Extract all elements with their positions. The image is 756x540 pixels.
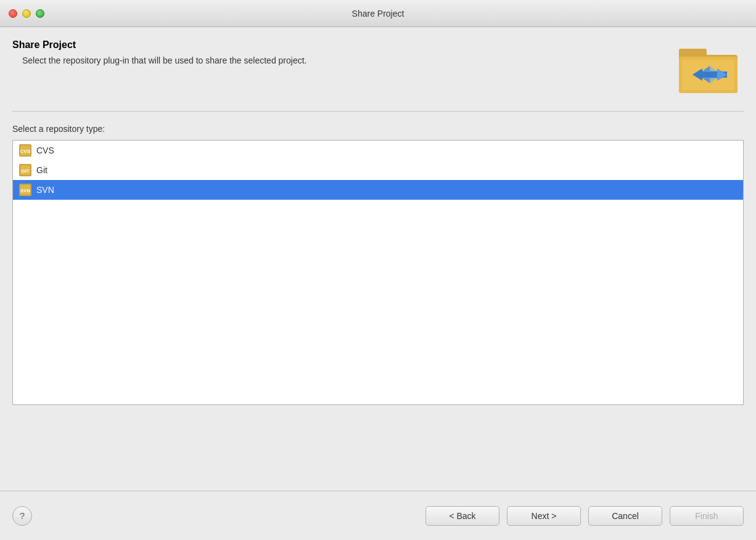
- list-item-label: Git: [36, 165, 47, 175]
- bottom-bar: ? < Back Next > Cancel Finish: [0, 491, 756, 540]
- svg-text:CVS: CVS: [20, 149, 31, 154]
- main-content: Share Project Select the repository plug…: [0, 27, 756, 491]
- next-button[interactable]: Next >: [507, 506, 581, 526]
- list-item[interactable]: GIT Git: [13, 160, 743, 180]
- cvs-icon: CVS: [19, 144, 31, 157]
- back-button[interactable]: < Back: [425, 506, 499, 526]
- git-icon: GIT: [19, 164, 31, 176]
- svg-rect-1: [679, 49, 707, 58]
- svn-icon: SVN: [19, 184, 31, 196]
- list-item[interactable]: SVN SVN: [13, 180, 743, 200]
- cancel-button[interactable]: Cancel: [588, 506, 662, 526]
- close-button[interactable]: [9, 9, 17, 18]
- window-controls: [9, 9, 44, 18]
- header-section: Share Project Select the repository plug…: [12, 39, 744, 112]
- folder-icon: [676, 33, 744, 101]
- page-title: Share Project: [12, 39, 306, 51]
- help-button[interactable]: ?: [12, 506, 32, 526]
- list-item-label: CVS: [36, 145, 54, 155]
- list-item-label: SVN: [36, 185, 54, 195]
- finish-button: Finish: [670, 506, 744, 526]
- repo-section: Select a repository type: CVS CVS: [12, 124, 744, 491]
- bottom-left: ?: [12, 506, 32, 526]
- header-description: Select the repository plug-in that will …: [22, 55, 306, 65]
- svg-text:SVN: SVN: [20, 188, 31, 194]
- title-bar: Share Project: [0, 0, 756, 27]
- bottom-right: < Back Next > Cancel Finish: [425, 506, 744, 526]
- maximize-button[interactable]: [36, 9, 44, 18]
- header-text: Share Project Select the repository plug…: [12, 39, 306, 65]
- repo-section-label: Select a repository type:: [12, 124, 744, 134]
- list-item[interactable]: CVS CVS: [13, 141, 743, 160]
- repository-list[interactable]: CVS CVS GIT Git: [12, 140, 744, 405]
- window-title: Share Project: [352, 9, 405, 18]
- svg-text:GIT: GIT: [21, 168, 29, 174]
- minimize-button[interactable]: [22, 9, 31, 18]
